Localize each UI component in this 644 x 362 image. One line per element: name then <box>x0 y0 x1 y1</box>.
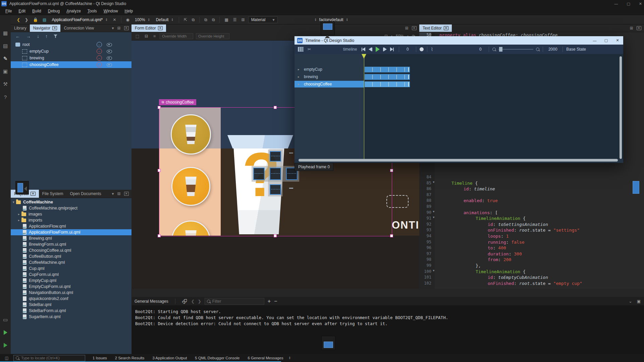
statusbar-application-output[interactable]: 3 Application Output <box>148 356 191 360</box>
move-up-icon[interactable]: ↑ <box>45 34 48 39</box>
statusbar-general-messages[interactable]: 6 General Messages <box>244 356 287 360</box>
panel-menu-icon[interactable]: ▾ <box>112 26 114 31</box>
timeline-zoom-slider[interactable] <box>498 49 533 50</box>
tab-file-system[interactable]: File System <box>39 190 67 198</box>
filter-icon[interactable] <box>54 35 57 38</box>
code-line-101[interactable]: 101id: toEmptyCubAnimation <box>419 275 644 281</box>
timeline-track-emptyCup[interactable]: ▸emptyCup <box>294 66 364 73</box>
keyframe-bar[interactable] <box>365 74 410 80</box>
locator-input[interactable]: Type to locate (Ctrl+K) <box>13 355 85 361</box>
list-icon[interactable]: ▦ <box>223 17 229 22</box>
toggle-sidebar-icon[interactable]: ◫ <box>0 356 13 360</box>
timeline-settings-icon[interactable] <box>298 47 304 52</box>
projects-mode-icon[interactable]: ⚒ <box>0 79 11 89</box>
curve-editor-icon[interactable]: ✂ <box>308 47 311 52</box>
coffee-option-circle[interactable] <box>171 167 210 206</box>
to-end-button[interactable] <box>390 47 394 51</box>
close-panel-icon[interactable]: ✕ <box>124 26 129 30</box>
code-line-102[interactable]: 102onFinished: root.state = "empty cup" <box>419 281 644 287</box>
grid-icon[interactable]: ⊞ <box>240 17 246 22</box>
easing-curve-icon[interactable]: ⌇ <box>431 47 433 52</box>
close-document-button[interactable]: ✕ <box>111 17 117 22</box>
record-button[interactable] <box>420 47 424 51</box>
help-mode-icon[interactable]: ? <box>0 92 11 102</box>
forward-button[interactable]: ❯ <box>23 17 30 22</box>
code-line-91[interactable]: 91▼TimelineAnimation { <box>419 216 644 222</box>
continue-button-text[interactable]: ONTI <box>392 219 419 231</box>
align-icon[interactable]: ☰ <box>232 17 238 22</box>
clear-output-icon[interactable]: ⌦ <box>181 298 189 305</box>
selection-handle[interactable] <box>390 234 393 237</box>
code-line-96[interactable]: 96to: 400 <box>419 245 644 251</box>
kit-target-icon[interactable]: ▭ <box>0 315 11 324</box>
zoom-selector[interactable]: 100% ▲▼ <box>133 17 152 23</box>
open-file-selector[interactable]: ApplicationFlowForm.ui.qml* ▲▼ <box>50 17 109 23</box>
code-line-84[interactable]: 84 <box>419 175 644 181</box>
keyframe-box[interactable] <box>253 168 265 180</box>
menu-edit[interactable]: Edit <box>15 8 29 14</box>
code-line-90[interactable]: 90▼animations: [ <box>419 210 644 216</box>
menu-build[interactable]: Build <box>29 8 45 14</box>
statusbar-qml-debugger-console[interactable]: 5 QML Debugger Console <box>191 356 244 360</box>
file-selector-spinner[interactable]: ▲▼ <box>106 18 108 21</box>
export-icon[interactable]: ⇱ <box>182 17 189 22</box>
split-panel-icon[interactable]: ⊞ <box>117 26 121 31</box>
file-ApplicationFlow.qml[interactable]: ApplicationFlow.qml <box>11 223 131 229</box>
run-dropdown-icon[interactable]: ◉ <box>125 17 131 22</box>
frame-icon[interactable]: ⧉ <box>191 17 196 22</box>
navigator-item-brewing[interactable]: brewing← <box>11 55 131 61</box>
file-Cup.qml[interactable]: Cup.qml <box>11 265 131 272</box>
export-toggle-icon[interactable]: ← <box>97 62 102 67</box>
timeline-close-button[interactable]: ✕ <box>612 36 623 45</box>
code-line-89[interactable]: 89 <box>419 204 644 210</box>
code-line-98[interactable]: 98from: 200 <box>419 257 644 263</box>
output-filter-input[interactable]: Filter <box>205 298 264 305</box>
minimize-button[interactable]: — <box>614 2 618 6</box>
code-line-87[interactable]: 87 <box>419 192 644 198</box>
code-line-100[interactable]: 100▼TimelineAnimation { <box>419 269 644 275</box>
menu-file[interactable]: File <box>2 8 15 14</box>
move-down-icon[interactable]: ↓ <box>37 34 39 39</box>
expand-pane-icon[interactable]: ▣ <box>637 299 641 304</box>
export-toggle-icon[interactable]: ← <box>97 49 102 54</box>
tab-library[interactable]: Library <box>11 24 30 32</box>
navigator-item-emptyCup[interactable]: emptyCup← <box>11 48 131 55</box>
visibility-eye-icon[interactable] <box>107 56 112 60</box>
timeline-minimize-button[interactable]: — <box>589 36 600 45</box>
next-frame-button[interactable] <box>383 47 387 51</box>
visibility-eye-icon[interactable] <box>107 43 112 47</box>
selection-handle[interactable] <box>390 169 393 172</box>
keyframe-box[interactable] <box>270 184 281 195</box>
selection-handle[interactable] <box>158 234 161 237</box>
code-line-99[interactable]: 99}, <box>419 263 644 269</box>
split-panel-icon[interactable]: ⊞ <box>117 191 121 196</box>
file-qtquickcontrols2.conf[interactable]: qtquickcontrols2.conf <box>11 296 131 302</box>
code-line-94[interactable]: 94loops: 1 <box>419 234 644 240</box>
zoom-in-icon[interactable] <box>536 48 539 51</box>
zoom-in-text-icon[interactable]: + <box>268 298 271 304</box>
no-snapping-icon[interactable]: ⬚ <box>134 34 141 39</box>
split-panel-icon[interactable]: ⊞ <box>630 26 633 31</box>
pane-spinner[interactable]: ▲▼ <box>289 356 291 360</box>
override-height-field[interactable] <box>196 33 229 39</box>
code-line-97[interactable]: 97duration: 300 <box>419 251 644 257</box>
file-CoffeeMachine.qml[interactable]: CoffeeMachine.qml <box>11 259 131 265</box>
material-selector[interactable]: Material▾ <box>248 16 278 23</box>
end-frame-field[interactable]: 2000 <box>546 47 559 52</box>
move-right-icon[interactable]: → <box>26 34 31 39</box>
close-panel-icon[interactable]: ✕ <box>124 192 129 196</box>
timeline-titlebar[interactable]: DS Timeline - Qt Design Studio — ▢ ✕ <box>294 36 623 45</box>
playback-value-field[interactable]: 0 <box>475 47 485 52</box>
timeline-vscrollbar[interactable] <box>620 56 622 159</box>
timeline-track-choosingCoffee[interactable]: ▸choosingCoffee <box>294 81 364 87</box>
visibility-eye-icon[interactable] <box>107 63 112 67</box>
code-line-88[interactable]: 88enabled: true <box>419 198 644 204</box>
file-ChoosingCoffee.ui.qml[interactable]: ChoosingCoffee.ui.qml <box>11 247 131 253</box>
close-icon[interactable]: ✕ <box>31 192 35 196</box>
file-SugarItem.ui.qml[interactable]: SugarItem.ui.qml <box>11 314 131 320</box>
timeline-track-brewing[interactable]: ▸brewing <box>294 73 364 80</box>
panel-menu-icon[interactable]: ▾ <box>112 191 114 196</box>
timeline-maximize-button[interactable]: ▢ <box>600 36 612 45</box>
close-icon[interactable]: ✕ <box>444 26 448 30</box>
split-panel-icon[interactable]: ⊞ <box>405 26 409 31</box>
